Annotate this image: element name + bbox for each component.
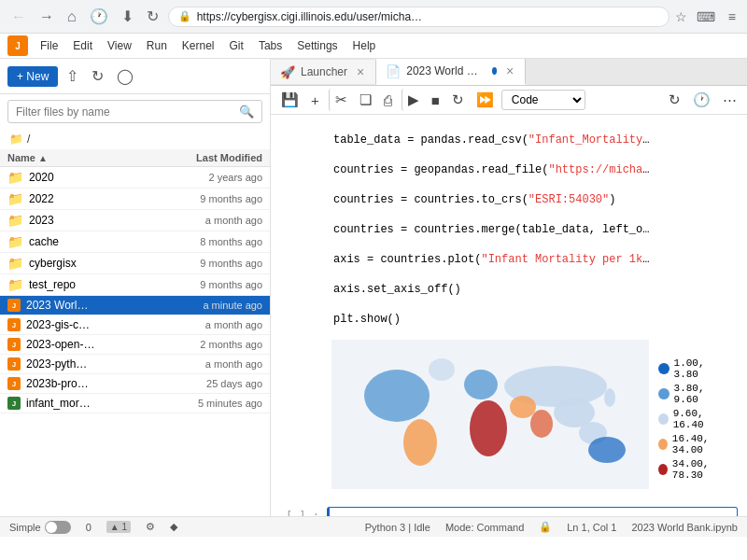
code-line: plt.show() bbox=[333, 311, 731, 328]
list-item[interactable]: 📁 2020 2 years ago bbox=[0, 167, 270, 189]
sidebar-toolbar: + New ⇧ ↻ ◯ bbox=[0, 59, 270, 94]
menu-settings[interactable]: Settings bbox=[290, 36, 344, 55]
save-button[interactable]: 💾 bbox=[276, 89, 303, 111]
new-file-button[interactable]: + New bbox=[7, 66, 58, 87]
search-input[interactable] bbox=[16, 105, 239, 119]
file-modified: 8 months ago bbox=[160, 236, 262, 247]
list-item[interactable]: J 2023-gis-c… a month ago bbox=[0, 315, 270, 335]
folder-icon: 📁 bbox=[7, 277, 23, 292]
main-content: + New ⇧ ↻ ◯ 🔍 📁 / Name ▲ Last Modified 📁… bbox=[0, 59, 747, 516]
code-cell[interactable]: table_data = pandas.read_csv("Infant_Mor… bbox=[271, 126, 747, 154]
forward-button[interactable]: → bbox=[35, 7, 58, 27]
list-item[interactable]: J 2023b-pro… 25 days ago bbox=[0, 374, 270, 394]
list-item[interactable]: J infant_mor… 5 minutes ago bbox=[0, 394, 270, 413]
folder-icon: 📁 bbox=[7, 170, 23, 185]
code-cell[interactable]: countries = countries.to_crs("ESRI:54030… bbox=[271, 186, 747, 214]
download-button[interactable]: ⬇ bbox=[118, 6, 137, 27]
file-modified: 25 days ago bbox=[160, 378, 262, 389]
address-bar[interactable]: 🔒 https://cybergisx.cigi.illinois.edu/us… bbox=[168, 7, 669, 27]
cell-body: countries = countries.to_crs("ESRI:54030… bbox=[327, 188, 738, 212]
history-button[interactable]: 🕐 bbox=[86, 6, 112, 27]
add-cell-button[interactable]: + bbox=[306, 90, 324, 111]
svg-point-4 bbox=[470, 400, 507, 456]
menu-view[interactable]: View bbox=[101, 36, 138, 55]
map-svg bbox=[331, 340, 649, 489]
list-item[interactable]: 📁 2022 9 months ago bbox=[0, 189, 270, 210]
menu-edit[interactable]: Edit bbox=[66, 36, 99, 55]
menu-help[interactable]: Help bbox=[346, 36, 383, 55]
restart-run-button[interactable]: ⏩ bbox=[472, 89, 499, 111]
list-item[interactable]: 📁 cybergisx 9 months ago bbox=[0, 253, 270, 274]
browser-chrome: ← → ⌂ 🕐 ⬇ ↻ 🔒 https://cybergisx.cigi.ill… bbox=[0, 0, 747, 34]
menu-tabs[interactable]: Tabs bbox=[252, 36, 289, 55]
map-legend: 1.00, 3.80 3.80, 9.60 9.60, 16.40 bbox=[658, 357, 733, 481]
upload-button[interactable]: ⇧ bbox=[62, 64, 83, 88]
code-cell[interactable]: axis = countries.plot("Infant Mortality … bbox=[271, 245, 747, 273]
more-options-button[interactable]: ⋯ bbox=[718, 89, 741, 111]
bookmark-button[interactable]: ☆ bbox=[675, 9, 687, 24]
home-button[interactable]: ⌂ bbox=[63, 7, 80, 27]
menu-kernel[interactable]: Kernel bbox=[176, 36, 221, 55]
file-list-header: Name ▲ Last Modified bbox=[0, 149, 270, 167]
refresh-kernel-button[interactable]: ↻ bbox=[664, 89, 685, 111]
active-cell[interactable]: [ ] : bbox=[271, 505, 747, 516]
menu-run[interactable]: Run bbox=[140, 36, 174, 55]
git-button[interactable]: ◯ bbox=[112, 64, 138, 88]
menu-file[interactable]: File bbox=[34, 36, 64, 55]
list-item[interactable]: 📁 2023 a month ago bbox=[0, 210, 270, 231]
notebook-content: table_data = pandas.read_csv("Infant_Mor… bbox=[271, 115, 747, 516]
file-modified: 2 months ago bbox=[160, 339, 262, 350]
modified-column-header: Last Modified bbox=[160, 152, 262, 163]
code-cell[interactable]: countries = countries.merge(table_data, … bbox=[271, 216, 747, 244]
notebook-toolbar: 💾 + ✂ ❏ ⎙ ▶ ■ ↻ ⏩ Code Markdown Raw ↻ 🕐 … bbox=[271, 86, 747, 115]
run-button[interactable]: ▶ bbox=[402, 89, 424, 111]
legend-label: 16.40, 34.00 bbox=[672, 433, 733, 455]
active-cell-body[interactable] bbox=[327, 507, 738, 516]
refresh-button[interactable]: ↻ bbox=[143, 6, 162, 27]
search-box[interactable]: 🔍 bbox=[7, 100, 262, 123]
simple-label: Simple bbox=[9, 522, 41, 533]
tab-close-button[interactable]: × bbox=[355, 64, 366, 79]
legend-item: 16.40, 34.00 bbox=[658, 433, 733, 455]
one-indicator: ▲ 1 bbox=[106, 521, 131, 533]
stop-button[interactable]: ■ bbox=[427, 90, 444, 111]
file-modified: a month ago bbox=[160, 215, 262, 226]
code-cell[interactable]: plt.show() bbox=[271, 305, 747, 333]
world-map bbox=[331, 340, 649, 498]
extensions-button[interactable]: ⌨ bbox=[693, 7, 719, 26]
tab-1[interactable]: 📄 2023 World Bank.ipynb × bbox=[376, 59, 526, 85]
file-modified: 5 minutes ago bbox=[160, 398, 262, 409]
tab-0[interactable]: 🚀 Launcher × bbox=[271, 60, 376, 84]
tab-close-button[interactable]: × bbox=[504, 63, 515, 78]
list-item[interactable]: 📁 cache 8 months ago bbox=[0, 231, 270, 253]
list-item[interactable]: 📁 test_repo 9 months ago bbox=[0, 274, 270, 296]
svg-point-12 bbox=[429, 358, 455, 381]
lock-status-icon: 🔒 bbox=[539, 521, 552, 533]
simple-toggle[interactable] bbox=[45, 521, 71, 534]
refresh-files-button[interactable]: ↻ bbox=[87, 64, 108, 88]
settings-icon-item[interactable]: ⚙ bbox=[146, 521, 155, 533]
notebook-icon: J bbox=[7, 299, 21, 312]
cell-type-select[interactable]: Code Markdown Raw bbox=[501, 90, 585, 110]
tab-label: 2023 World Bank.ipynb bbox=[406, 64, 484, 77]
list-item[interactable]: J 2023-pyth… a month ago bbox=[0, 355, 270, 374]
legend-label: 34.00, 78.30 bbox=[672, 458, 733, 481]
paste-button[interactable]: ⎙ bbox=[379, 90, 397, 111]
menu-button[interactable]: ≡ bbox=[725, 7, 740, 26]
back-button[interactable]: ← bbox=[7, 7, 30, 27]
cell-body: table_data = pandas.read_csv("Infant_Mor… bbox=[327, 128, 738, 152]
legend-label: 1.00, 3.80 bbox=[674, 357, 733, 380]
list-item[interactable]: J 2023-open-… 2 months ago bbox=[0, 335, 270, 355]
copy-button[interactable]: ❏ bbox=[355, 89, 376, 111]
edit-mode-item: ◆ bbox=[170, 521, 177, 533]
clock-button[interactable]: 🕐 bbox=[688, 89, 715, 111]
list-item[interactable]: J 2023 Worl… a minute ago bbox=[0, 296, 270, 315]
cut-button[interactable]: ✂ bbox=[329, 89, 352, 111]
menu-git[interactable]: Git bbox=[223, 36, 250, 55]
code-cell[interactable]: axis.set_axis_off() bbox=[271, 275, 747, 303]
restart-button[interactable]: ↻ bbox=[447, 89, 469, 111]
code-line: countries = countries.to_crs("ESRI:54030… bbox=[333, 191, 731, 208]
code-line: axis.set_axis_off() bbox=[333, 281, 731, 298]
code-cell[interactable]: countries = geopandas.read_file("https:/… bbox=[271, 156, 747, 184]
folder-icon: 📁 bbox=[9, 133, 23, 146]
